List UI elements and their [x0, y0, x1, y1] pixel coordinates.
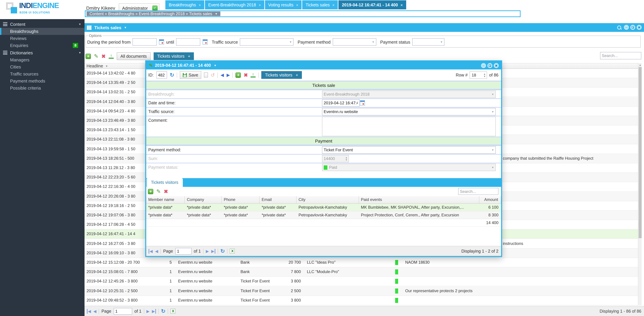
sidebar-item-managers[interactable]: Managers — [0, 56, 84, 64]
headline-column-header[interactable]: Headline — [86, 64, 103, 69]
comment-textarea[interactable] — [322, 117, 496, 136]
next-page-icon[interactable]: ▶ — [146, 309, 150, 314]
tab-close-icon[interactable]: × — [199, 3, 201, 7]
prev-page-icon[interactable]: ◀ — [155, 249, 158, 254]
delete-icon[interactable]: ✖ — [244, 72, 248, 78]
subgrid-column-email[interactable]: Email — [260, 196, 296, 203]
maximize-icon[interactable] — [487, 63, 492, 68]
table-row[interactable]: 2019-04-12 09:48:52 - 3 8001Eventnn.ru w… — [84, 296, 638, 305]
search-icon[interactable] — [617, 25, 621, 29]
tab-tickets-sales[interactable]: Tickets sales× — [302, 0, 338, 10]
first-page-icon[interactable]: ◀ — [148, 249, 152, 254]
sidebar-section-dictionaries[interactable]: Dictionaries▼ — [0, 49, 84, 56]
chevron-down-icon[interactable]: ▼ — [78, 51, 81, 54]
subgrid-column-company[interactable]: Company — [185, 196, 222, 203]
tickets-visitors-button[interactable]: Tickets visitors + — [154, 52, 194, 60]
edit-pencil-icon[interactable]: ✎ — [156, 189, 161, 194]
refresh-icon[interactable]: ↻ — [161, 308, 166, 314]
tab-voting-results[interactable]: Voting results× — [265, 0, 302, 10]
id-input[interactable] — [156, 72, 167, 78]
sidebar-item-breakthroughs[interactable]: Breakthroughs — [0, 28, 84, 35]
all-documents-button[interactable]: All documents — [117, 52, 150, 60]
save-button[interactable]: Save — [180, 71, 201, 79]
grid-search-input[interactable] — [600, 52, 641, 60]
traffic-source-select[interactable]: ▼ — [240, 38, 294, 46]
table-row[interactable]: 2019-04-12 15:08:01 - 7 8001Eventnn.ru w… — [84, 267, 638, 277]
add-tab-plus[interactable]: + — [188, 54, 190, 58]
table-row[interactable]: 2019-04-12 10:25:31 - 2 5001Eventnn.ru w… — [84, 286, 638, 296]
page-input[interactable] — [114, 308, 132, 314]
export-upload-icon[interactable]: ↑ — [250, 72, 256, 78]
tab-tickets-visitors[interactable]: Tickets visitors — [146, 178, 183, 187]
page-input[interactable] — [175, 248, 191, 254]
period-from-input[interactable] — [133, 38, 157, 46]
date-input[interactable] — [322, 99, 360, 107]
sidebar-item-possible-criteria[interactable]: Possible criteria — [0, 84, 84, 92]
stepper-arrows-icon[interactable]: ▲▼ — [484, 73, 486, 77]
subgrid-row[interactable]: *private data**private data**private dat… — [146, 204, 501, 211]
scrollbar-thumb[interactable] — [639, 67, 642, 238]
edit-pencil-icon[interactable]: ✎ — [94, 54, 98, 59]
table-row[interactable]: 2019-04-12 12:45:26 - 3 8001Eventnn.ru w… — [84, 277, 638, 286]
delete-icon[interactable]: ✖ — [164, 189, 168, 194]
add-icon[interactable]: + — [86, 54, 91, 59]
minimize-icon[interactable]: ─ — [624, 25, 629, 30]
tab-breakthroughs[interactable]: Breakthroughs× — [165, 0, 204, 10]
calendar-icon[interactable] — [360, 100, 365, 106]
excel-export-icon[interactable]: X — [170, 308, 176, 314]
undo-icon[interactable]: ↺ — [211, 72, 215, 78]
sidebar-section-content[interactable]: Content▼ — [0, 20, 84, 28]
chevron-down-icon[interactable]: ▼ — [489, 110, 494, 113]
add-icon[interactable]: + — [148, 189, 153, 194]
minimize-icon[interactable]: ─ — [481, 63, 486, 68]
sidebar-item-traffic-sources[interactable]: Traffic sources — [0, 70, 84, 78]
sort-arrow-icon[interactable]: ▼ — [105, 65, 108, 68]
chevron-down-icon[interactable]: ▼ — [489, 148, 494, 152]
last-page-icon[interactable]: ▶ — [152, 309, 156, 314]
scroll-up-icon[interactable]: ▲ — [639, 64, 641, 66]
payment-status-select[interactable]: ▼ — [412, 38, 444, 46]
tab-close-icon[interactable]: × — [258, 3, 261, 7]
modal-header[interactable]: ✎ 2019-04-12 16:47:41 - 14 400 ▼ ─ ✖ — [146, 62, 501, 70]
breadcrumb[interactable]: Content » Breakthroughs » Event-Breakthr… — [86, 12, 220, 16]
tab-close-icon[interactable]: × — [400, 3, 403, 7]
prev-record-icon[interactable]: ◀ — [220, 72, 224, 78]
modal-chevron-down-icon[interactable]: ▼ — [214, 64, 216, 67]
subgrid-search-input[interactable] — [458, 188, 498, 195]
subgrid-column-city[interactable]: City — [296, 196, 359, 203]
vertical-scrollbar[interactable]: ▲ — [638, 63, 642, 305]
delete-icon[interactable]: ✖ — [102, 54, 106, 59]
calendar-icon[interactable] — [159, 39, 164, 44]
refresh-icon[interactable]: ↻ — [170, 72, 174, 78]
subgrid-header[interactable]: Member nameCompanyPhoneEmailCityPaid eve… — [146, 196, 501, 204]
login-icon[interactable]: ↵ — [152, 5, 158, 11]
sidebar-item-cities[interactable]: Cities — [0, 64, 84, 70]
first-page-icon[interactable]: ◀ — [87, 309, 91, 314]
refresh-icon[interactable]: ↻ — [220, 248, 225, 254]
payment-method-select[interactable]: ▼ — [332, 38, 376, 46]
period-until-input[interactable] — [176, 38, 200, 46]
subgrid-column-member-name[interactable]: Member name — [146, 196, 185, 203]
row-number-stepper[interactable]: 18 ▲▼ — [470, 71, 487, 79]
close-icon[interactable]: ✖ — [636, 25, 642, 30]
add-tab-plus[interactable]: + — [296, 73, 298, 77]
subgrid-column-amount[interactable]: Amount — [479, 196, 501, 203]
calendar-icon[interactable] — [202, 39, 208, 44]
breadcrumb-chevron-down-icon[interactable]: ▼ — [215, 12, 218, 15]
export-upload-icon[interactable]: ↑ — [109, 54, 114, 59]
sidebar-item-enquiries[interactable]: Enquiries8 — [0, 42, 84, 49]
copy-icon[interactable] — [204, 72, 208, 78]
chevron-down-icon[interactable]: ▼ — [78, 23, 81, 26]
tab-event-breakthrough-2018[interactable]: Event-Breakthrough 2018× — [205, 0, 264, 10]
tab-close-icon[interactable]: × — [332, 3, 334, 7]
close-icon[interactable]: ✖ — [494, 63, 499, 68]
tickets-visitors-button[interactable]: Tickets visitors + — [261, 71, 302, 79]
field-select[interactable]: Ticket For Event▼ — [322, 146, 496, 154]
sidebar-item-reviews[interactable]: Reviews — [0, 35, 84, 42]
excel-export-icon[interactable]: X — [230, 248, 235, 254]
sidebar-item-payment-methods[interactable]: Payment methods — [0, 78, 84, 84]
prev-page-icon[interactable]: ◀ — [93, 309, 96, 314]
add-icon[interactable]: + — [236, 72, 241, 78]
panel-chevron-down-icon[interactable]: ▼ — [124, 26, 126, 29]
table-row[interactable]: 2019-04-12 15:12:08 - 20 7005Eventnn.ru … — [84, 258, 638, 267]
